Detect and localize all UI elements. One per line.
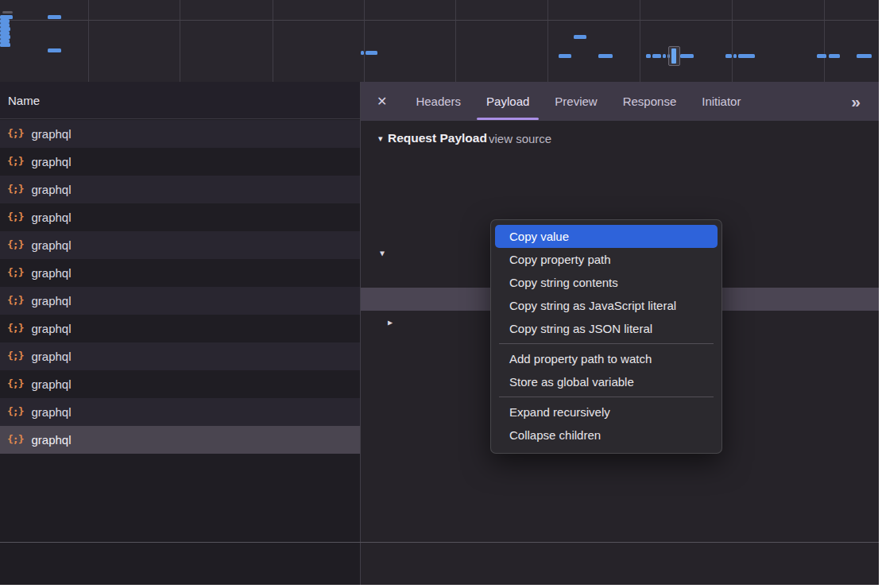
selected-request-tick [668,46,680,66]
menu-separator [499,343,714,344]
request-row[interactable]: {;}graphql [0,120,360,148]
menu-item-copy-string-as-javascript-literal[interactable]: Copy string as JavaScript literal [491,294,721,317]
timeline-gridline [455,0,456,82]
request-name-label: graphql [31,155,71,168]
menu-item-copy-value[interactable]: Copy value [495,225,718,248]
timeline-gridline [180,0,180,82]
devtools-network-panel: Name {;}graphql{;}graphql{;}graphql{;}gr… [0,0,879,585]
timeline-gridline [273,0,273,82]
json-braces-icon: {;} [7,183,23,195]
request-timing-bar [829,54,840,58]
requests-name-column: Name {;}graphql{;}graphql{;}graphql{;}gr… [0,82,360,585]
json-braces-icon: {;} [7,350,23,362]
request-name-label: graphql [31,183,71,196]
request-row-selected[interactable]: {;}graphql [0,426,360,454]
request-row[interactable]: {;}graphql [0,287,360,315]
request-name-label: graphql [31,211,71,224]
request-timing-bar [598,54,613,58]
timeline-marker-bar [2,11,13,14]
expanded-triangle-icon[interactable]: ▼ [380,242,385,265]
timeline-gridline [364,0,365,82]
request-name-label: graphql [31,405,71,419]
menu-separator [499,397,714,397]
request-name-label: graphql [31,377,71,391]
request-timing-bar [857,54,872,58]
request-row[interactable]: {;}graphql [0,259,360,287]
request-timing-bar [0,43,10,47]
request-row[interactable]: {;}graphql [0,231,360,259]
json-braces-icon: {;} [7,211,23,222]
request-timing-bar [574,35,586,39]
request-timing-bar [817,54,826,58]
request-name-label: graphql [31,127,71,141]
timeline-gridline [732,0,733,82]
json-braces-icon: {;} [7,405,23,417]
timeline-gridline [640,0,640,82]
name-column-label: Name [8,94,40,107]
json-braces-icon: {;} [7,266,23,278]
menu-item-expand-recursively[interactable]: Expand recursively [491,400,721,424]
request-name-label: graphql [31,322,71,335]
collapsed-triangle-icon[interactable]: ▶ [388,311,393,334]
timeline-gridline [824,0,825,82]
request-row[interactable]: {;}graphql [0,370,360,398]
request-name-label: graphql [31,294,71,308]
request-name-label: graphql [31,266,71,280]
panel-split-divider[interactable] [360,82,361,585]
request-timing-bar [48,15,61,19]
request-name-label: graphql [31,238,71,252]
json-braces-icon: {;} [7,238,23,250]
request-timing-bar [559,54,571,58]
request-row[interactable]: {;}graphql [0,148,360,176]
json-braces-icon: {;} [7,127,23,139]
request-timing-bar [733,54,737,58]
json-braces-icon: {;} [7,322,23,334]
timeline-gridline [88,0,89,82]
request-list: {;}graphql{;}graphql{;}graphql{;}graphql… [0,120,360,454]
request-row[interactable]: {;}graphql [0,315,360,342]
devtools-screenshot: Name {;}graphql{;}graphql{;}graphql{;}gr… [0,0,882,588]
menu-item-store-as-global-variable[interactable]: Store as global variable [491,370,721,393]
request-row[interactable]: {;}graphql [0,398,360,426]
request-timing-bar [646,54,651,58]
menu-item-copy-string-contents[interactable]: Copy string contents [491,271,721,294]
request-timing-bar [738,54,755,58]
menu-item-collapse-children[interactable]: Collapse children [491,424,721,447]
request-timing-bar [680,54,694,58]
request-row[interactable]: {;}graphql [0,203,360,231]
network-overview-timeline[interactable] [0,0,879,83]
request-timing-bar [663,54,666,58]
request-name-label: graphql [31,433,71,447]
name-column-header[interactable]: Name [0,82,360,119]
menu-item-copy-string-as-json-literal[interactable]: Copy string as JSON literal [491,317,721,340]
request-timing-bar [652,54,661,58]
request-timing-bar [366,51,377,55]
request-row[interactable]: {;}graphql [0,342,360,370]
footer-divider [0,542,879,543]
request-timing-bar [361,51,364,55]
request-name-label: graphql [31,350,71,363]
json-braces-icon: {;} [7,294,23,306]
request-timing-bar [725,54,732,58]
menu-item-add-property-path-to-watch[interactable]: Add property path to watch [491,347,721,370]
menu-item-copy-property-path[interactable]: Copy property path [491,248,721,271]
request-row[interactable]: {;}graphql [0,176,360,203]
json-braces-icon: {;} [7,433,23,445]
json-braces-icon: {;} [7,377,23,389]
timeline-hline [0,20,879,21]
json-braces-icon: {;} [7,155,23,167]
context-menu: Copy valueCopy property pathCopy string … [490,219,722,454]
timeline-gridline [547,0,548,82]
request-timing-bar [48,48,61,52]
selected-request-tick-bar [671,48,676,64]
